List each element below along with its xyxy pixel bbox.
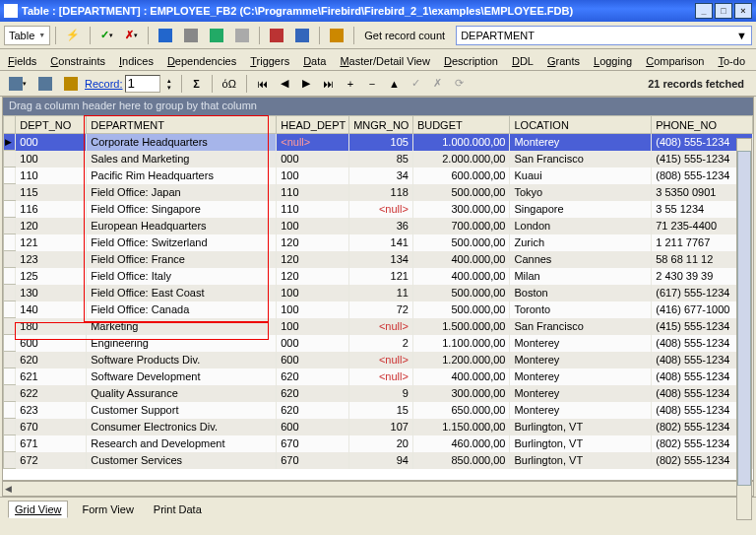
table-row[interactable]: 671Research and Development67020460.000,… [4, 435, 753, 452]
table-row[interactable]: 120European Headquarters10036700.000,00L… [4, 218, 753, 234]
tool-icon-5[interactable] [290, 25, 314, 46]
col-dept_no[interactable]: DEPT_NO [16, 116, 87, 134]
tool-icon-3[interactable] [205, 25, 228, 46]
tab-print-data[interactable]: Print Data [148, 502, 208, 517]
table-row[interactable]: 110Pacific Rim Headquarters10034600.000,… [4, 167, 753, 184]
tab-grid-view[interactable]: Grid View [8, 501, 68, 518]
tab-logging[interactable]: Logging [592, 52, 634, 70]
vertical-scrollbar[interactable] [736, 138, 752, 520]
col-head_dept[interactable]: HEAD_DEPT [277, 116, 349, 134]
tab-master-detail-view[interactable]: Master/Detail View [338, 52, 432, 70]
tab-triggers[interactable]: Triggers [248, 52, 291, 70]
table-row[interactable]: ▶000Corporate Headquarters<null>1051.000… [4, 134, 753, 151]
table-row[interactable]: 121Field Office: Switzerland120141500.00… [4, 234, 753, 251]
commit-icon[interactable]: ✓▾ [95, 25, 118, 46]
sum-icon[interactable]: Σ [187, 73, 207, 95]
table-row[interactable]: 622Quality Assurance6209300.000,00Monter… [4, 385, 753, 402]
sort-icon[interactable] [59, 73, 83, 95]
horizontal-scrollbar[interactable]: ◀▶ [2, 481, 754, 497]
tab-form-view[interactable]: Form View [76, 502, 139, 517]
table-row[interactable]: 672Customer Services67094850.000,00Burli… [4, 452, 753, 469]
table-row[interactable]: 620Software Products Div.600<null>1.200.… [4, 352, 753, 368]
col-department[interactable]: DEPARTMENT [87, 116, 277, 134]
refresh2-icon[interactable]: ⟳ [450, 73, 470, 95]
table-row[interactable]: 130Field Office: East Coast10011500.000,… [4, 285, 753, 301]
col-phone_no[interactable]: PHONE_NO [652, 116, 753, 134]
rollback-icon[interactable]: ✗▾ [120, 25, 143, 46]
print-icon[interactable] [230, 25, 254, 46]
minimize-button[interactable]: _ [695, 3, 713, 19]
col-location[interactable]: LOCATION [510, 116, 652, 134]
tab-dependencies[interactable]: Dependencies [165, 52, 238, 70]
titlebar: Table : [DEPARTMENT] : EMPLOYEE_FB2 (C:\… [0, 0, 756, 22]
table-menu-dropdown[interactable]: Table▼ [4, 26, 50, 45]
table-row[interactable]: 623Customer Support62015650.000,00Monter… [4, 402, 753, 419]
table-select-combo[interactable]: DEPARTMENT▼ [456, 26, 752, 45]
tab-data[interactable]: Data [301, 52, 328, 70]
filter-icon[interactable]: ▾ [4, 73, 32, 95]
nav-next-icon[interactable]: ▶ [296, 73, 316, 95]
get-record-count-button[interactable]: Get record count [359, 25, 450, 46]
tabs-bar: FieldsConstraintsIndicesDependenciesTrig… [0, 49, 756, 71]
app-icon [4, 4, 18, 18]
tool-icon-4[interactable] [265, 25, 288, 46]
data-grid[interactable]: DEPT_NODEPARTMENTHEAD_DEPTMNGR_NOBUDGETL… [3, 115, 753, 469]
bottom-tabs: Grid View Form View Print Data [0, 497, 756, 520]
window-title: Table : [DEPARTMENT] : EMPLOYEE_FB2 (C:\… [22, 5, 695, 17]
tool-icon-6[interactable] [325, 25, 348, 46]
add-icon[interactable]: + [341, 73, 360, 95]
tab-ddl[interactable]: DDL [510, 52, 536, 70]
table-row[interactable]: 123Field Office: France120134400.000,00C… [4, 251, 753, 268]
record-input[interactable] [125, 75, 160, 93]
tool-icon-2[interactable] [179, 25, 203, 46]
records-fetched-label: 21 records fetched [648, 78, 752, 90]
nav-first-icon[interactable]: ⏮ [252, 73, 273, 95]
nav-last-icon[interactable]: ⏭ [318, 73, 339, 95]
maximize-button[interactable]: □ [715, 3, 732, 19]
edit-icon[interactable]: ▲ [384, 73, 405, 95]
table-row[interactable]: 116Field Office: Singapore110<null>300.0… [4, 201, 753, 218]
delete-icon[interactable]: − [362, 73, 382, 95]
tool-icon-1[interactable] [154, 25, 177, 46]
table-row[interactable]: 180Marketing100<null>1.500.000,00San Fra… [4, 318, 753, 335]
tab-constraints[interactable]: Constraints [48, 52, 107, 70]
omega-icon[interactable]: όΩ [218, 73, 241, 95]
spin-up-icon[interactable]: ▴▾ [162, 73, 176, 95]
cancel-icon[interactable]: ✗ [428, 73, 448, 95]
funnel-icon[interactable] [33, 73, 57, 95]
tab-fields[interactable]: Fields [6, 52, 38, 70]
table-row[interactable]: 115Field Office: Japan110118500.000,00To… [4, 184, 753, 201]
table-row[interactable]: 600Engineering00021.100.000,00Monterey(4… [4, 335, 753, 352]
grid-container: Drag a column header here to group by th… [2, 97, 754, 481]
refresh-icon[interactable]: ⚡ [61, 25, 85, 46]
nav-prev-icon[interactable]: ◀ [275, 73, 294, 95]
table-row[interactable]: 100Sales and Marketing000852.000.000,00S… [4, 151, 753, 167]
tab-to-do[interactable]: To-do [716, 52, 747, 70]
table-row[interactable]: 125Field Office: Italy120121400.000,00Mi… [4, 268, 753, 285]
col-budget[interactable]: BUDGET [412, 116, 510, 134]
record-label[interactable]: Record: [85, 78, 123, 90]
table-row[interactable]: 670Consumer Electronics Div.6001071.150.… [4, 419, 753, 435]
tab-grants[interactable]: Grants [545, 52, 582, 70]
close-button[interactable]: × [734, 3, 752, 19]
col-mngr_no[interactable]: MNGR_NO [349, 116, 413, 134]
toolbar-nav: ▾ Record: ▴▾ Σ όΩ ⏮ ◀ ▶ ⏭ + − ▲ ✓ ✗ ⟳ 21… [0, 71, 756, 97]
group-by-bar[interactable]: Drag a column header here to group by th… [3, 98, 753, 115]
toolbar-main: Table▼ ⚡ ✓▾ ✗▾ Get record count DEPARTME… [0, 22, 756, 49]
tab-description[interactable]: Description [442, 52, 500, 70]
table-row[interactable]: 621Software Development620<null>400.000,… [4, 368, 753, 385]
tab-comparison[interactable]: Comparison [644, 52, 706, 70]
tab-indices[interactable]: Indices [117, 52, 156, 70]
post-icon[interactable]: ✓ [407, 73, 426, 95]
table-row[interactable]: 140Field Office: Canada10072500.000,00To… [4, 301, 753, 318]
